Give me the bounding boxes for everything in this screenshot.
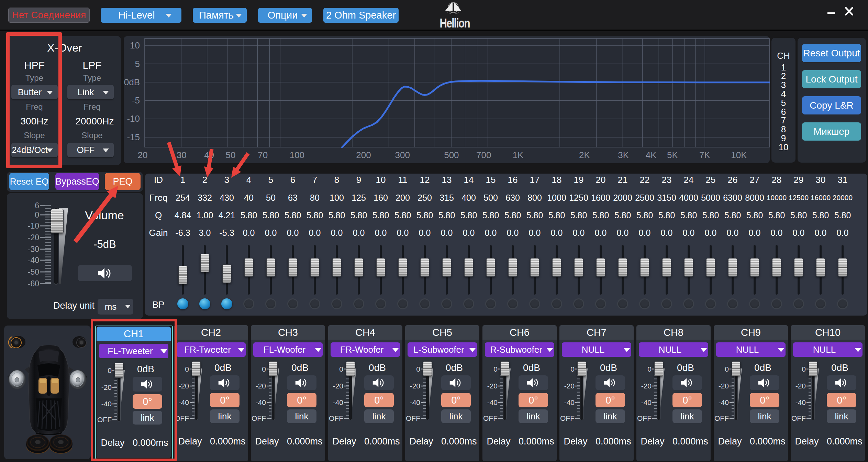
svg-text:-5: -5 xyxy=(132,95,140,106)
svg-text:-20: -20 xyxy=(641,382,652,390)
svg-text:OFF: OFF xyxy=(252,414,266,422)
svg-text:40: 40 xyxy=(204,150,214,160)
svg-text:0dB: 0dB xyxy=(124,77,140,87)
svg-text:0: 0 xyxy=(262,365,266,373)
svg-text:0: 0 xyxy=(570,365,575,373)
svg-text:OFF: OFF xyxy=(406,414,420,422)
svg-text:-40: -40 xyxy=(28,256,39,265)
svg-text:500: 500 xyxy=(444,150,459,160)
svg-text:10K: 10K xyxy=(731,150,747,160)
svg-text:-20: -20 xyxy=(179,382,189,390)
svg-text:-20: -20 xyxy=(256,382,266,390)
svg-text:-20: -20 xyxy=(28,233,39,242)
svg-text:700: 700 xyxy=(476,150,491,160)
svg-text:0: 0 xyxy=(416,365,420,373)
svg-text:-20: -20 xyxy=(487,382,498,390)
svg-text:OFF: OFF xyxy=(714,414,729,422)
svg-text:5K: 5K xyxy=(667,150,678,160)
svg-text:-50: -50 xyxy=(28,267,39,276)
svg-text:50: 50 xyxy=(225,150,235,160)
svg-text:-40: -40 xyxy=(641,398,652,406)
svg-text:0: 0 xyxy=(339,365,343,373)
svg-text:20: 20 xyxy=(138,150,148,160)
svg-text:4K: 4K xyxy=(646,150,657,160)
svg-text:-60: -60 xyxy=(28,279,39,288)
svg-text:2K: 2K xyxy=(579,150,590,160)
svg-text:1K: 1K xyxy=(512,150,523,160)
svg-text:-15: -15 xyxy=(127,132,140,142)
svg-text:OFF: OFF xyxy=(483,414,498,422)
svg-text:OFF: OFF xyxy=(329,414,343,422)
svg-text:-30: -30 xyxy=(28,245,39,254)
svg-text:-20: -20 xyxy=(795,382,806,390)
svg-text:0: 0 xyxy=(802,365,806,373)
svg-text:300: 300 xyxy=(395,150,410,160)
svg-text:0: 0 xyxy=(35,210,39,219)
svg-text:OFF: OFF xyxy=(560,414,575,422)
svg-text:-20: -20 xyxy=(333,382,343,390)
svg-text:-10: -10 xyxy=(28,221,39,230)
svg-text:-40: -40 xyxy=(719,398,729,406)
svg-text:200: 200 xyxy=(356,150,371,160)
svg-text:-20: -20 xyxy=(564,382,575,390)
svg-text:-40: -40 xyxy=(179,398,189,406)
svg-text:-40: -40 xyxy=(487,398,498,406)
svg-text:-40: -40 xyxy=(256,398,266,406)
svg-text:0: 0 xyxy=(647,365,652,373)
svg-text:OFF: OFF xyxy=(637,414,652,422)
svg-text:-20: -20 xyxy=(719,382,729,390)
svg-text:-40: -40 xyxy=(410,398,420,406)
svg-text:-40: -40 xyxy=(795,398,806,406)
svg-text:70: 70 xyxy=(258,150,268,160)
svg-text:-40: -40 xyxy=(564,398,575,406)
svg-text:100: 100 xyxy=(290,150,304,160)
svg-text:0: 0 xyxy=(725,365,729,373)
svg-text:-10: -10 xyxy=(127,113,140,124)
svg-text:0: 0 xyxy=(185,365,189,373)
svg-text:10: 10 xyxy=(130,40,140,51)
svg-text:OFF: OFF xyxy=(791,414,806,422)
svg-text:-40: -40 xyxy=(333,398,343,406)
svg-text:7K: 7K xyxy=(699,150,710,160)
svg-text:6: 6 xyxy=(35,201,39,210)
svg-text:0: 0 xyxy=(493,365,498,373)
svg-text:5: 5 xyxy=(135,59,140,69)
svg-text:-20: -20 xyxy=(410,382,420,390)
svg-text:30: 30 xyxy=(177,150,187,160)
svg-text:3K: 3K xyxy=(618,150,629,160)
